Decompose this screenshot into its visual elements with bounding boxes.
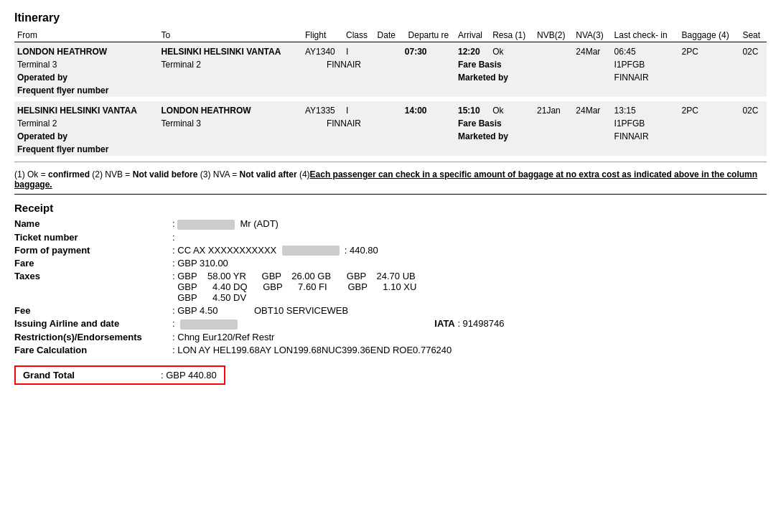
receipt-fee-label: Fee bbox=[14, 305, 172, 316]
receipt-restrictions-row: Restriction(s)/Endorsements : Chng Eur12… bbox=[14, 332, 767, 342]
seat: 02C bbox=[739, 42, 767, 59]
receipt-payment-label: Form of payment bbox=[14, 245, 172, 256]
receipt-name-row: Name : Mr (ADT) bbox=[14, 218, 767, 230]
frequent-flyer: Frequent flyer number bbox=[14, 84, 302, 97]
flight-date bbox=[375, 101, 402, 117]
table-row: HELSINKI HELSINKI VANTAA LONDON HEATHROW… bbox=[14, 101, 767, 117]
issuing-blurred bbox=[180, 319, 238, 330]
receipt-section: Receipt Name : Mr (ADT) Ticket number : … bbox=[14, 202, 767, 385]
fare-basis-value: I1PFGB bbox=[614, 118, 737, 129]
col-seat: Seat bbox=[739, 29, 767, 42]
nva-date: 24Mar bbox=[573, 42, 611, 59]
receipt-ticket-label: Ticket number bbox=[14, 232, 172, 243]
flight-number: AY1340 bbox=[302, 42, 343, 59]
col-lastcheckin: Last check- in bbox=[612, 29, 679, 42]
col-flight: Flight bbox=[302, 29, 343, 42]
grand-total-label: Grand Total bbox=[23, 370, 75, 381]
receipt-name-label: Name bbox=[14, 218, 172, 230]
flight-class: I bbox=[343, 42, 375, 59]
payment-blurred bbox=[282, 246, 340, 256]
receipt-restrictions-value: : Chng Eur120/Ref Restr bbox=[172, 332, 767, 342]
marketed-by-label: Marketed by bbox=[458, 73, 508, 83]
resa-status: Ok bbox=[490, 42, 534, 59]
marketed-by-value: FINNAIR bbox=[614, 73, 737, 83]
name-blurred bbox=[177, 220, 235, 230]
receipt-farecalc-value: : LON AY HEL199.68AY LON199.68NUC399.36E… bbox=[172, 345, 767, 355]
grand-total-box: Grand Total : GBP 440.80 bbox=[14, 365, 225, 385]
col-nva: NVA(3) bbox=[573, 29, 611, 42]
col-class: Class bbox=[343, 29, 375, 42]
receipt-ticket-value: : bbox=[172, 232, 767, 243]
col-to: To bbox=[158, 29, 301, 42]
receipt-fee-row: Fee : GBP 4.50 OBT10 SERVICEWEB bbox=[14, 305, 767, 316]
receipt-farecalc-row: Fare Calculation : LON AY HEL199.68AY LO… bbox=[14, 345, 767, 355]
to-terminal: Terminal 2 bbox=[158, 58, 301, 71]
col-date: Date bbox=[375, 29, 402, 42]
col-nvb: NVB(2) bbox=[534, 29, 573, 42]
col-from: From bbox=[14, 29, 158, 42]
receipt-issuing-label: Issuing Airline and date bbox=[14, 318, 172, 330]
marketed-by-value: FINNAIR bbox=[614, 131, 737, 141]
grand-total-value: : GBP 440.80 bbox=[161, 370, 217, 381]
footnote-nvb: Not valid before bbox=[133, 169, 198, 179]
departure-time: 07:30 bbox=[402, 42, 455, 59]
col-departure: Departu re bbox=[402, 29, 455, 42]
footnote: (1) Ok = confirmed (2) NVB = Not valid b… bbox=[14, 169, 767, 195]
arrival-time: 15:10 bbox=[455, 101, 490, 117]
operated-by: Operated by bbox=[14, 71, 158, 84]
fare-basis-label: Fare Basis bbox=[458, 60, 502, 70]
airline-name: FINNAIR bbox=[302, 58, 455, 71]
last-checkin: 13:15 bbox=[612, 101, 679, 117]
resa-status: Ok bbox=[490, 101, 534, 117]
receipt-fee-value: : GBP 4.50 OBT10 SERVICEWEB bbox=[172, 305, 767, 316]
seat: 02C bbox=[739, 101, 767, 117]
from-city: LONDON HEATHROW bbox=[17, 47, 155, 57]
itinerary-title: Itinerary bbox=[14, 11, 767, 24]
arrival-time: 12:20 bbox=[455, 42, 490, 59]
baggage: 2PC bbox=[679, 42, 740, 59]
footnote-confirmed: confirmed bbox=[48, 169, 90, 179]
receipt-fare-label: Fare bbox=[14, 258, 172, 269]
taxes-line3: GBP 4.50 DV bbox=[172, 292, 246, 303]
receipt-restrictions-label: Restriction(s)/Endorsements bbox=[14, 332, 172, 342]
frequent-flyer: Frequent flyer number bbox=[14, 143, 302, 156]
departure-time: 14:00 bbox=[402, 101, 455, 117]
nva-date: 24Mar bbox=[573, 101, 611, 117]
footnote-text1: (1) Ok = bbox=[14, 169, 48, 179]
footnote-text2: (2) NVB = bbox=[90, 169, 133, 179]
footnote-text3: (3) NVA = bbox=[197, 169, 239, 179]
col-arrival: Arrival bbox=[455, 29, 490, 42]
receipt-fare-value: : GBP 310.00 bbox=[172, 258, 767, 269]
receipt-ticket-row: Ticket number : bbox=[14, 232, 767, 243]
flight-class: I bbox=[343, 101, 375, 117]
itinerary-divider bbox=[14, 162, 767, 162]
receipt-taxes-row: Taxes : GBP 58.00 YR GBP 26.00 GB GBP 24… bbox=[14, 271, 767, 303]
from-terminal: Terminal 2 bbox=[14, 117, 158, 130]
itinerary-table: From To Flight Class Date Departu re Arr… bbox=[14, 29, 767, 156]
flight-date bbox=[375, 42, 402, 59]
footnote-nva: Not valid after bbox=[240, 169, 297, 179]
from-terminal: Terminal 3 bbox=[14, 58, 158, 71]
fare-basis-value: I1PFGB bbox=[614, 60, 737, 70]
operated-row: Operated by Marketed by FINNAIR bbox=[14, 71, 767, 84]
fare-basis-label: Fare Basis bbox=[458, 118, 502, 129]
airline-name: FINNAIR bbox=[302, 117, 455, 130]
receipt-name-value: : Mr (ADT) bbox=[172, 218, 767, 230]
taxes-line1: GBP 58.00 YR GBP 26.00 GB GBP 24.70 UB bbox=[177, 271, 415, 281]
from-city: HELSINKI HELSINKI VANTAA bbox=[17, 106, 155, 116]
taxes-line2: GBP 4.40 DQ GBP 7.60 FI GBP 1.10 XU bbox=[172, 281, 416, 292]
receipt-payment-row: Form of payment : CC AX XXXXXXXXXXX : 44… bbox=[14, 245, 767, 256]
ffn-row: Frequent flyer number bbox=[14, 84, 767, 97]
receipt-issuing-value: : IATA : 91498746 bbox=[172, 318, 767, 330]
receipt-issuing-row: Issuing Airline and date : IATA : 914987… bbox=[14, 318, 767, 330]
col-baggage: Baggage (4) bbox=[679, 29, 740, 42]
ffn-row: Frequent flyer number bbox=[14, 143, 767, 156]
marketed-by-label: Marketed by bbox=[458, 131, 508, 141]
flight-number: AY1335 bbox=[302, 101, 343, 117]
receipt-fare-row: Fare : GBP 310.00 bbox=[14, 258, 767, 269]
to-city: HELSINKI HELSINKI VANTAA bbox=[161, 47, 299, 57]
operated-by: Operated by bbox=[14, 130, 158, 143]
receipt-taxes-label: Taxes bbox=[14, 271, 172, 281]
baggage: 2PC bbox=[679, 101, 740, 117]
terminal-row: Terminal 2 Terminal 3 FINNAIR Fare Basis… bbox=[14, 117, 767, 130]
